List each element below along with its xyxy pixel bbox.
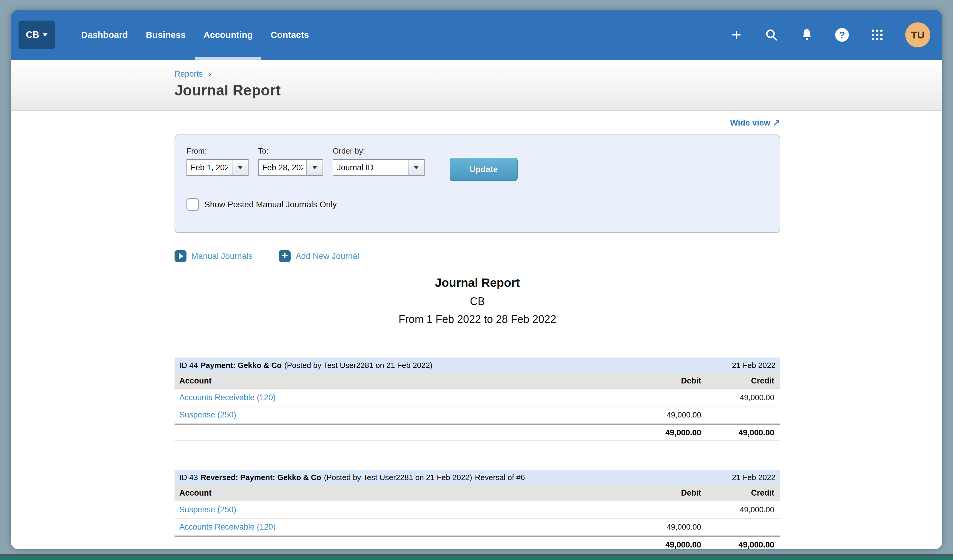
- account-link[interactable]: Suspense (250): [175, 505, 612, 514]
- journal-suffix: Reversal of #6: [475, 473, 525, 482]
- debit-column-header: Debit: [612, 489, 707, 498]
- breadcrumb-separator: ›: [208, 70, 211, 79]
- table-row: Accounts Receivable (120) 49,000.00: [175, 518, 780, 536]
- journal-meta: (Posted by Test User2281 on 21 Feb 2022): [284, 361, 433, 370]
- journal-links-row: Manual Journals + Add New Journal: [175, 250, 780, 262]
- to-date-input[interactable]: [259, 160, 306, 175]
- report-title: Journal Report: [175, 275, 780, 291]
- account-column-header: Account: [175, 489, 612, 498]
- debit-column-header: Debit: [612, 376, 707, 385]
- credit-value: 49,000.00: [707, 393, 780, 402]
- org-menu-label: CB: [26, 29, 39, 40]
- total-credit: 49,000.00: [707, 540, 780, 549]
- wide-view-label: Wide view: [730, 118, 770, 127]
- nav-item-label: Dashboard: [81, 30, 128, 40]
- nav-item-dashboard[interactable]: Dashboard: [72, 10, 137, 60]
- chevron-down-icon: [238, 166, 242, 169]
- page-header: Reports › Journal Report: [11, 60, 942, 111]
- create-new-icon[interactable]: +: [729, 28, 743, 42]
- to-date-group: To:: [258, 146, 323, 176]
- from-date-group: From:: [186, 146, 248, 176]
- caret-down-icon: [43, 33, 47, 36]
- avatar-initials: TU: [911, 29, 924, 41]
- journal-title: Payment: Gekko & Co: [200, 361, 282, 370]
- org-menu-button[interactable]: CB: [19, 20, 55, 49]
- manual-journals-label: Manual Journals: [191, 251, 252, 261]
- table-row: Suspense (250) 49,000.00: [175, 407, 780, 424]
- report-center-header: Journal Report CB From 1 Feb 2022 to 28 …: [175, 275, 780, 326]
- account-column-header: Account: [175, 376, 612, 385]
- journal-entry-43: ID 43 Reversed: Payment: Gekko & Co (Pos…: [175, 470, 780, 549]
- nav-item-accounting[interactable]: Accounting: [194, 10, 262, 60]
- debit-value: 49,000.00: [612, 410, 707, 419]
- breadcrumb-reports-link[interactable]: Reports: [175, 70, 203, 79]
- totals-row: 49,000.00 49,000.00: [175, 424, 780, 441]
- journal-title: Reversed: Payment: Gekko & Co: [200, 473, 321, 482]
- journal-header: ID 44 Payment: Gekko & Co (Posted by Tes…: [175, 357, 780, 373]
- order-by-dropdown-button[interactable]: [408, 160, 424, 175]
- from-date-dropdown-button[interactable]: [232, 160, 248, 175]
- chevron-down-icon: [312, 166, 317, 169]
- update-button[interactable]: Update: [450, 158, 518, 181]
- filter-panel: From: To: Order by:: [175, 135, 780, 233]
- posted-journals-checkbox-row: Show Posted Manual Journals Only: [186, 198, 768, 211]
- credit-column-header: Credit: [707, 376, 780, 385]
- manual-journals-link[interactable]: Manual Journals: [175, 250, 252, 262]
- report-column: Wide view↗ From: To:: [175, 117, 780, 549]
- order-by-label: Order by:: [333, 146, 425, 156]
- app-window: CB Dashboard Business Accounting Contact…: [11, 10, 942, 549]
- apps-grid-icon[interactable]: [870, 28, 885, 42]
- from-label: From:: [186, 146, 248, 156]
- posted-journals-checkbox-label: Show Posted Manual Journals Only: [204, 200, 337, 209]
- credit-value: 49,000.00: [707, 505, 780, 514]
- account-link[interactable]: Suspense (250): [175, 410, 612, 419]
- to-date-dropdown-button[interactable]: [306, 160, 323, 175]
- totals-row: 49,000.00 49,000.00: [175, 536, 780, 549]
- account-link[interactable]: Accounts Receivable (120): [175, 393, 612, 402]
- journal-id: ID 43: [179, 473, 198, 482]
- journal-header: ID 43 Reversed: Payment: Gekko & Co (Pos…: [175, 470, 780, 485]
- total-credit: 49,000.00: [707, 428, 780, 438]
- user-avatar[interactable]: TU: [905, 22, 930, 47]
- notifications-bell-icon[interactable]: [799, 28, 814, 42]
- chevron-down-icon: [414, 166, 419, 169]
- plus-icon: +: [279, 250, 290, 262]
- add-new-journal-link[interactable]: + Add New Journal: [279, 250, 359, 262]
- order-by-input[interactable]: [333, 160, 408, 175]
- play-icon: [175, 250, 186, 262]
- page-title: Journal Report: [175, 82, 942, 99]
- total-debit: 49,000.00: [612, 540, 707, 549]
- table-row: Accounts Receivable (120) 49,000.00: [175, 389, 780, 407]
- wide-view-link[interactable]: Wide view↗: [175, 117, 780, 129]
- credit-column-header: Credit: [707, 489, 780, 498]
- journal-date: 21 Feb 2022: [732, 473, 776, 482]
- nav-item-contacts[interactable]: Contacts: [262, 10, 318, 60]
- external-arrow-icon: ↗: [773, 118, 780, 127]
- from-date-input[interactable]: [187, 160, 232, 175]
- nav-item-label: Business: [146, 30, 186, 40]
- nav-item-label: Contacts: [271, 30, 309, 40]
- total-debit: 49,000.00: [612, 428, 707, 438]
- order-by-group: Order by:: [333, 146, 425, 176]
- breadcrumb: Reports ›: [175, 70, 942, 79]
- account-link[interactable]: Accounts Receivable (120): [175, 523, 612, 532]
- debit-value: 49,000.00: [612, 523, 707, 532]
- report-date-range: From 1 Feb 2022 to 28 Feb 2022: [175, 312, 780, 326]
- help-icon[interactable]: ?: [835, 28, 849, 42]
- add-new-journal-label: Add New Journal: [295, 251, 359, 261]
- column-headers: Account Debit Credit: [175, 485, 780, 501]
- search-icon[interactable]: [764, 28, 779, 42]
- posted-journals-checkbox[interactable]: [186, 198, 199, 211]
- journal-entry-44: ID 44 Payment: Gekko & Co (Posted by Tes…: [175, 357, 780, 441]
- report-org: CB: [175, 294, 780, 309]
- nav-right-icons: + ?: [729, 22, 930, 47]
- column-headers: Account Debit Credit: [175, 373, 780, 389]
- table-row: Suspense (250) 49,000.00: [175, 501, 780, 518]
- screen-bottom-edge-accent: [0, 556, 953, 560]
- help-glyph: ?: [835, 28, 849, 42]
- top-nav: CB Dashboard Business Accounting Contact…: [11, 10, 942, 60]
- journal-date: 21 Feb 2022: [732, 361, 776, 370]
- to-label: To:: [258, 146, 323, 156]
- nav-item-business[interactable]: Business: [137, 10, 194, 60]
- journal-id: ID 44: [179, 361, 198, 370]
